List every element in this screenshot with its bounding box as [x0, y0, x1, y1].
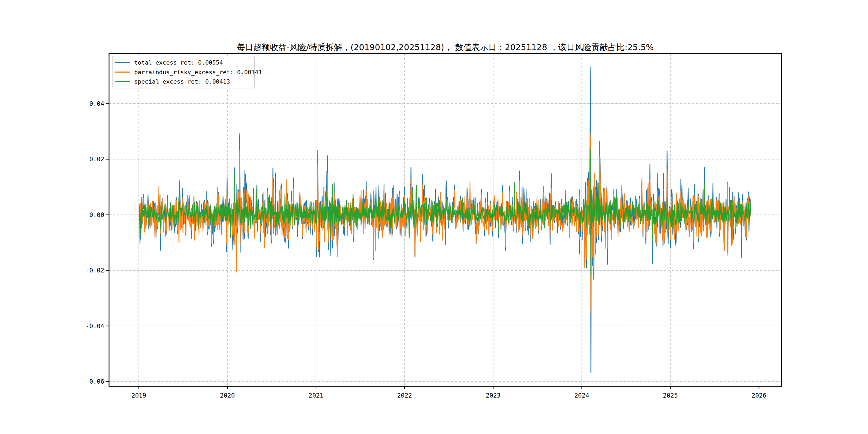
- y-tick-label: 0.02: [90, 156, 104, 163]
- x-tick-label: 2025: [663, 392, 678, 399]
- legend-label-special: special_excess_ret: 0.00413: [134, 78, 230, 85]
- legend-item-total: total_excess_ret: 0.00554: [115, 59, 254, 66]
- y-tick-label: 0.04: [90, 100, 104, 107]
- legend-item-special: special_excess_ret: 0.00413: [115, 78, 254, 85]
- y-tick-label: 0.00: [90, 211, 104, 218]
- legend-line-icon: [115, 62, 130, 63]
- legend-line-icon: [115, 71, 130, 72]
- figure: 每日超额收益-风险/特质拆解，(20190102,20251128)， 数值表示…: [0, 0, 868, 434]
- x-tick-label: 2022: [397, 392, 412, 399]
- x-tick-label: 2020: [220, 392, 235, 399]
- y-tick-label: -0.02: [86, 267, 104, 274]
- legend-label-total: total_excess_ret: 0.00554: [134, 59, 223, 66]
- legend-label-risky: barraindus_risky_excess_ret: 0.00141: [134, 69, 262, 75]
- x-tick-label: 2024: [575, 392, 589, 399]
- legend-line-icon: [115, 81, 130, 82]
- y-tick-label: -0.06: [86, 378, 104, 385]
- x-tick-label: 2026: [751, 392, 766, 399]
- legend: total_excess_ret: 0.00554 barraindus_ris…: [112, 56, 255, 88]
- x-tick-label: 2023: [486, 392, 500, 399]
- x-tick-label: 2021: [309, 392, 323, 399]
- y-tick-label: -0.04: [86, 322, 104, 330]
- legend-item-risky: barraindus_risky_excess_ret: 0.00141: [115, 69, 254, 75]
- x-tick-label: 2019: [131, 392, 146, 399]
